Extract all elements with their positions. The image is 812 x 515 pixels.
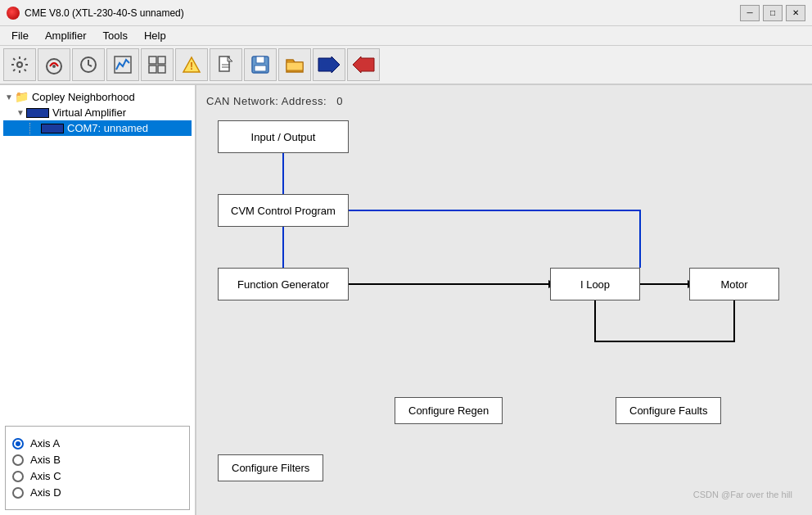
svg-rect-6 xyxy=(158,56,165,64)
node-icon-com7 xyxy=(41,124,64,133)
block-iloop-label: I Loop xyxy=(580,278,610,291)
svg-marker-12 xyxy=(228,56,232,61)
tree-area: ▼ 📁 Copley Neighborhood ▼ Virtual Amplif… xyxy=(0,85,195,421)
svg-rect-17 xyxy=(255,66,266,71)
back-icon xyxy=(351,55,376,75)
watermark: CSDN @Far over the hill xyxy=(693,490,792,499)
tree-label-root: Copley Neighborhood xyxy=(32,91,135,103)
minimize-button[interactable]: ─ xyxy=(740,5,760,21)
svg-rect-5 xyxy=(149,56,156,64)
toolbar: ! xyxy=(0,46,812,85)
tree-label-com7: COM7: unnamed xyxy=(67,122,148,134)
warning-button[interactable]: ! xyxy=(175,48,208,81)
app-icon xyxy=(7,7,20,20)
axis-b-radio[interactable] xyxy=(12,454,24,466)
axis-a-option[interactable]: Axis A xyxy=(12,437,183,449)
forward-button[interactable] xyxy=(313,48,345,81)
svg-point-2 xyxy=(52,65,56,68)
btn-regen-label: Configure Regen xyxy=(408,404,489,417)
btn-filters-label: Configure Filters xyxy=(232,462,309,474)
svg-rect-18 xyxy=(286,62,303,70)
svg-marker-20 xyxy=(353,56,374,73)
document-icon xyxy=(216,55,236,75)
back-button[interactable] xyxy=(347,48,380,81)
block-cvm-label: CVM Control Program xyxy=(231,205,336,217)
btn-faults-label: Configure Faults xyxy=(629,404,707,417)
configure-regen-button[interactable]: Configure Regen xyxy=(395,397,503,424)
gauge-icon xyxy=(44,55,64,75)
axis-d-label: Axis D xyxy=(30,486,61,499)
svg-rect-16 xyxy=(256,56,264,63)
diagram-area: Input / Output CVM Control Program Funct… xyxy=(206,120,802,506)
configure-filters-button[interactable]: Configure Filters xyxy=(218,454,323,481)
tree-arrow-virtual: ▼ xyxy=(16,108,25,117)
titlebar: CME V8.0 (XTL-230-40-S unnamed) ─ □ ✕ xyxy=(0,0,812,26)
can-header: CAN Network: Address: 0 xyxy=(206,95,802,107)
menu-amplifier[interactable]: Amplifier xyxy=(37,28,95,43)
chart-icon xyxy=(113,55,133,75)
right-panel: CAN Network: Address: 0 xyxy=(196,85,812,515)
axis-c-label: Axis C xyxy=(30,470,61,482)
axis-b-label: Axis B xyxy=(30,454,61,466)
axis-b-option[interactable]: Axis B xyxy=(12,454,183,466)
axis-panel: Axis A Axis B Axis C Axis D xyxy=(5,426,190,510)
open-button[interactable] xyxy=(278,48,311,81)
save-icon xyxy=(250,55,270,75)
menu-help[interactable]: Help xyxy=(136,28,174,43)
block-input-output[interactable]: Input / Output xyxy=(218,120,349,153)
axis-c-radio[interactable] xyxy=(12,471,24,482)
svg-rect-7 xyxy=(149,66,156,73)
axis-d-radio[interactable] xyxy=(12,487,24,499)
settings-button[interactable] xyxy=(3,48,36,81)
gear-icon xyxy=(10,55,29,75)
clock-button[interactable] xyxy=(72,48,105,81)
tree-label-virtual: Virtual Amplifier xyxy=(52,106,126,119)
tree-dotted xyxy=(29,123,39,134)
svg-text:!: ! xyxy=(190,61,193,72)
forward-icon xyxy=(317,55,341,75)
close-button[interactable]: ✕ xyxy=(786,5,805,21)
tree-item-com7[interactable]: COM7: unnamed xyxy=(3,120,192,136)
document-button[interactable] xyxy=(210,48,242,81)
svg-marker-19 xyxy=(318,56,340,73)
folder-icon-root: 📁 xyxy=(15,90,29,103)
window-controls: ─ □ ✕ xyxy=(740,5,805,21)
tree-arrow-root: ▼ xyxy=(5,93,13,102)
menu-tools[interactable]: Tools xyxy=(95,28,136,43)
axis-a-label: Axis A xyxy=(30,437,60,449)
window-title: CME V8.0 (XTL-230-40-S unnamed) xyxy=(25,7,740,19)
node-icon-virtual xyxy=(26,108,49,118)
block-fg-label: Function Generator xyxy=(237,278,329,291)
save-button[interactable] xyxy=(244,48,277,81)
warning-icon: ! xyxy=(182,55,201,75)
block-function-generator[interactable]: Function Generator xyxy=(218,268,349,300)
gauge-button[interactable] xyxy=(38,48,70,81)
can-value: 0 xyxy=(336,95,343,107)
maximize-button[interactable]: □ xyxy=(763,5,783,21)
chart-button[interactable] xyxy=(106,48,139,81)
svg-point-0 xyxy=(17,62,22,67)
block-cvm[interactable]: CVM Control Program xyxy=(218,194,349,227)
left-panel: ▼ 📁 Copley Neighborhood ▼ Virtual Amplif… xyxy=(0,85,196,515)
axis-d-option[interactable]: Axis D xyxy=(12,486,183,499)
menu-file[interactable]: File xyxy=(3,28,37,43)
tree-item-root[interactable]: ▼ 📁 Copley Neighborhood xyxy=(3,88,192,105)
main-area: ▼ 📁 Copley Neighborhood ▼ Virtual Amplif… xyxy=(0,85,812,515)
block-io-label: Input / Output xyxy=(251,131,316,143)
block-motor-label: Motor xyxy=(720,278,747,291)
axis-c-option[interactable]: Axis C xyxy=(12,470,183,482)
svg-rect-8 xyxy=(158,66,165,73)
axis-a-radio[interactable] xyxy=(12,438,24,449)
configure-faults-button[interactable]: Configure Faults xyxy=(616,397,721,424)
menubar: File Amplifier Tools Help xyxy=(0,26,812,46)
drives-button[interactable] xyxy=(141,48,174,81)
tree-item-virtual-amp[interactable]: ▼ Virtual Amplifier xyxy=(3,105,192,120)
folder-icon xyxy=(285,55,304,75)
can-label: CAN Network: Address: xyxy=(206,95,327,107)
connections-svg xyxy=(206,120,802,506)
block-iloop[interactable]: I Loop xyxy=(550,268,640,300)
clock-icon xyxy=(79,55,98,75)
block-motor[interactable]: Motor xyxy=(689,268,779,300)
drives-icon xyxy=(147,55,167,75)
